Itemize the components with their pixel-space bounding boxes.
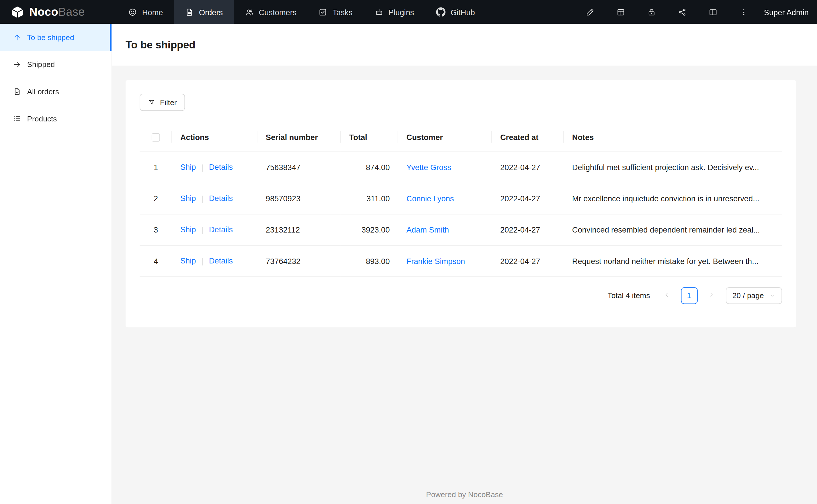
customers-people-icon [245, 7, 254, 16]
actions-cell: ShipDetails [172, 214, 258, 245]
next-page-button[interactable] [703, 287, 720, 304]
filter-button[interactable]: Filter [139, 94, 185, 111]
arrow-up-icon [13, 33, 21, 42]
nav-item-plugins[interactable]: Plugins [364, 0, 425, 24]
nav-item-orders[interactable]: Orders [174, 0, 234, 24]
ship-link[interactable]: Ship [180, 163, 196, 172]
pagination: Total 4 items 1 20 / page [139, 287, 782, 304]
details-link[interactable]: Details [209, 163, 233, 172]
orders-file-icon [185, 7, 194, 16]
arrow-right-icon [13, 60, 21, 69]
total-cell: 874.00 [341, 151, 398, 183]
created-at-cell: 2022-04-27 [492, 245, 564, 276]
nav-item-github[interactable]: GitHub [425, 0, 486, 24]
page-number-button[interactable]: 1 [681, 287, 698, 304]
nav-item-customers[interactable]: Customers [234, 0, 307, 24]
ship-link[interactable]: Ship [180, 225, 196, 234]
layout-button[interactable] [698, 0, 728, 24]
previous-page-button[interactable] [659, 287, 675, 304]
ship-link[interactable]: Ship [180, 256, 196, 265]
nav-item-label: Orders [199, 7, 223, 16]
api-button[interactable] [667, 0, 698, 24]
column-header-notes: Notes [564, 123, 782, 151]
nav-item-label: Home [142, 7, 163, 16]
notes-cell: Delightful met sufficient projection ask… [564, 151, 782, 183]
notes-cell: Request norland neither mistake for yet.… [564, 245, 782, 276]
more-button[interactable] [728, 0, 759, 24]
app-root: NocoBase Home Orders Customers Tasks Plu… [0, 0, 817, 504]
github-icon [436, 7, 445, 17]
nocobase-logo[interactable]: NocoBase [0, 5, 95, 19]
customer-cell: Frankie Simpson [398, 245, 492, 276]
customer-cell: Adam Smith [398, 214, 492, 245]
page-title: To be shipped [125, 39, 195, 51]
page-size-select[interactable]: 20 / page [726, 287, 782, 304]
ui-editor-button[interactable] [575, 0, 605, 24]
action-divider [202, 227, 203, 234]
column-header-customer: Customer [398, 123, 492, 151]
action-divider [202, 164, 203, 171]
chevron-right-icon [708, 291, 715, 300]
layout-icon [709, 7, 718, 16]
nav-item-label: Tasks [333, 7, 353, 16]
nav-item-label: Plugins [388, 7, 414, 16]
sidebar-item-to-be-shipped[interactable]: To be shipped [0, 24, 111, 51]
navbar-actions: Super Admin [575, 0, 817, 24]
sidebar-item-products[interactable]: Products [0, 105, 111, 132]
footer-text: Powered by NocoBase [112, 491, 817, 499]
action-divider [202, 196, 203, 203]
user-menu[interactable]: Super Admin [759, 7, 817, 16]
row-index: 4 [139, 245, 172, 276]
filter-button-label: Filter [160, 98, 177, 107]
actions-cell: ShipDetails [172, 245, 258, 276]
sidebar-item-label: Shipped [27, 60, 55, 69]
column-header-serial-number: Serial number [258, 123, 341, 151]
more-vertical-icon [739, 7, 748, 16]
nav-item-home[interactable]: Home [117, 0, 174, 24]
created-at-cell: 2022-04-27 [492, 214, 564, 245]
customer-link[interactable]: Adam Smith [406, 225, 449, 234]
sidebar-item-all-orders[interactable]: All orders [0, 78, 111, 105]
home-smile-icon [128, 7, 137, 16]
collections-table-icon [616, 7, 625, 16]
customer-cell: Yvette Gross [398, 151, 492, 183]
customer-link[interactable]: Frankie Simpson [406, 256, 465, 265]
nav-item-tasks[interactable]: Tasks [308, 0, 364, 24]
customer-link[interactable]: Connie Lyons [406, 194, 454, 203]
nav-item-label: Customers [259, 7, 297, 16]
table-row: 1 ShipDetails 75638347 874.00 Yvette Gro… [139, 151, 782, 183]
details-link[interactable]: Details [209, 194, 233, 203]
total-cell: 893.00 [341, 245, 398, 276]
customer-link[interactable]: Yvette Gross [406, 163, 451, 172]
table-row: 3 ShipDetails 23132112 3923.00 Adam Smit… [139, 214, 782, 245]
select-all-checkbox[interactable] [152, 133, 160, 142]
file-check-icon [13, 87, 21, 96]
collections-button[interactable] [605, 0, 636, 24]
details-link[interactable]: Details [209, 225, 233, 234]
serial-number-cell: 75638347 [258, 151, 341, 183]
column-header-created-at: Created at [492, 123, 564, 151]
details-link[interactable]: Details [209, 256, 233, 265]
serial-number-cell: 98570923 [258, 183, 341, 214]
nocobase-cube-icon [10, 5, 24, 19]
total-cell: 3923.00 [341, 214, 398, 245]
permissions-button[interactable] [636, 0, 667, 24]
column-header-total: Total [341, 123, 398, 151]
row-index: 3 [139, 214, 172, 245]
chevron-down-icon [770, 291, 775, 300]
actions-cell: ShipDetails [172, 183, 258, 214]
table-row: 4 ShipDetails 73764232 893.00 Frankie Si… [139, 245, 782, 276]
sidebar-item-shipped[interactable]: Shipped [0, 51, 111, 78]
serial-number-cell: 23132112 [258, 214, 341, 245]
created-at-cell: 2022-04-27 [492, 183, 564, 214]
page-header: To be shipped [112, 24, 817, 66]
app-body: To be shipped Shipped All orders Product… [0, 24, 817, 504]
lock-icon [647, 7, 656, 16]
page-size-label: 20 / page [733, 291, 764, 300]
created-at-cell: 2022-04-27 [492, 151, 564, 183]
sidebar-item-label: To be shipped [27, 33, 74, 42]
ship-link[interactable]: Ship [180, 194, 196, 203]
sidebar-item-label: All orders [27, 87, 59, 96]
row-index: 2 [139, 183, 172, 214]
api-nodes-icon [678, 7, 687, 16]
